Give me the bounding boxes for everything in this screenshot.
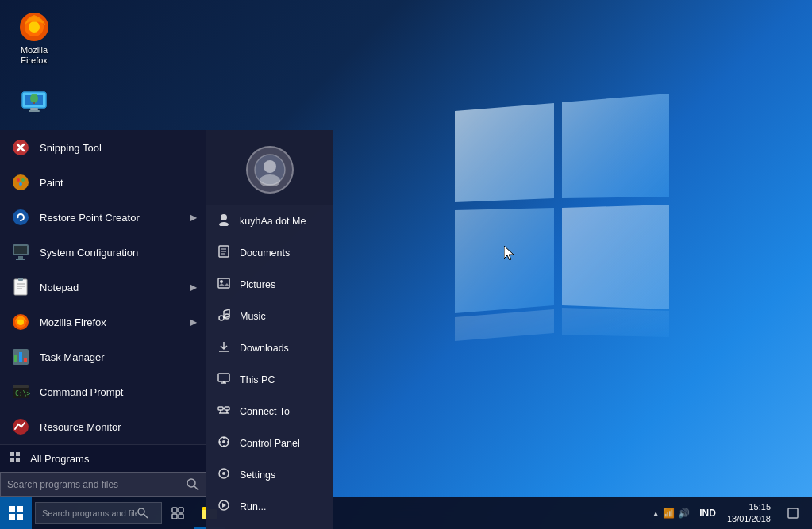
svg-rect-47 <box>10 458 14 462</box>
snipping-tool-label: Snipping Tool <box>40 142 102 154</box>
svg-point-86 <box>222 472 225 475</box>
firefox-app-icon <box>10 311 32 333</box>
svg-rect-98 <box>179 508 183 512</box>
svg-line-96 <box>144 514 148 518</box>
right-item-pictures[interactable]: Pictures <box>206 269 333 301</box>
music-label: Music <box>240 311 266 322</box>
svg-rect-33 <box>18 278 23 281</box>
right-item-music[interactable]: Music <box>206 301 333 332</box>
svg-point-52 <box>264 160 276 173</box>
svg-point-36 <box>17 319 24 325</box>
task-view-icon <box>171 507 184 519</box>
svg-marker-1 <box>562 94 669 198</box>
app-list: Snipping Tool Paint <box>0 130 206 444</box>
svg-line-66 <box>224 309 229 311</box>
svg-rect-14 <box>30 108 38 110</box>
app-item-notepad[interactable]: Notepad ▶ <box>0 270 206 305</box>
svg-rect-46 <box>16 452 20 456</box>
app-item-firefox[interactable]: Mozilla Firefox ▶ <box>0 305 206 339</box>
firefox-icon <box>18 11 50 43</box>
notification-icon <box>787 507 799 519</box>
start-button[interactable] <box>0 497 32 529</box>
taskbar: ▲ 📶 🔊 IND 15:15 13/01/2018 <box>0 497 812 529</box>
volume-icon[interactable]: 🔊 <box>678 508 690 519</box>
notepad-chevron: ▶ <box>190 282 197 293</box>
system-config-label: System Configuration <box>40 247 138 259</box>
right-item-username[interactable]: kuyhAa dot Me <box>206 205 333 237</box>
pictures-label: Pictures <box>240 279 275 290</box>
right-item-settings[interactable]: Settings <box>206 459 333 491</box>
taskbar-search-bar[interactable] <box>35 502 162 524</box>
system-tray: ▲ 📶 🔊 <box>647 508 695 519</box>
desktop-icon-firefox[interactable]: Mozilla Firefox <box>6 8 62 69</box>
right-item-downloads[interactable]: Downloads <box>206 332 333 364</box>
windows-logo-icon <box>9 506 23 520</box>
documents-label: Documents <box>240 247 290 259</box>
svg-point-55 <box>219 222 229 226</box>
resource-monitor-icon <box>10 416 32 438</box>
svg-marker-4 <box>455 309 554 341</box>
documents-icon <box>217 245 232 261</box>
svg-point-21 <box>19 182 22 186</box>
username-label: kuyhAa dot Me <box>240 216 306 227</box>
right-item-connect-to[interactable]: Connect To <box>206 396 333 427</box>
paint-label: Paint <box>40 177 63 189</box>
svg-rect-74 <box>225 407 229 410</box>
user-avatar[interactable] <box>246 146 294 194</box>
app-item-snipping-tool[interactable]: Snipping Tool <box>0 130 206 165</box>
svg-rect-94 <box>17 514 23 520</box>
svg-rect-92 <box>17 506 23 512</box>
svg-text:C:\>_: C:\>_ <box>15 390 30 397</box>
start-search-input[interactable] <box>7 479 187 490</box>
right-item-documents[interactable]: Documents <box>206 237 333 269</box>
snipping-tool-icon <box>10 136 32 159</box>
svg-marker-3 <box>562 205 669 309</box>
svg-point-80 <box>222 440 225 443</box>
app-item-cmd[interactable]: C:\>_ Command Prompt <box>0 374 206 409</box>
notepad-label: Notepad <box>40 282 79 293</box>
notification-button[interactable] <box>777 497 809 529</box>
run-icon <box>217 499 232 515</box>
svg-rect-40 <box>24 358 27 362</box>
svg-point-49 <box>187 479 195 487</box>
svg-rect-42 <box>13 385 29 388</box>
svg-point-22 <box>13 209 29 225</box>
resource-monitor-label: Resource Monitor <box>40 421 121 433</box>
svg-marker-88 <box>222 503 226 508</box>
right-item-this-pc[interactable]: This PC <box>206 364 333 396</box>
task-view-button[interactable] <box>162 497 194 529</box>
firefox-chevron: ▶ <box>190 316 197 328</box>
app-item-resource-monitor[interactable]: Resource Monitor <box>0 409 206 444</box>
restore-point-label: Restore Point Creator <box>40 212 140 224</box>
svg-rect-100 <box>179 514 183 519</box>
downloads-label: Downloads <box>240 343 289 354</box>
cmd-label: Command Prompt <box>40 386 123 398</box>
clock-date: 13/01/2018 <box>727 513 771 525</box>
taskbar-search-input[interactable] <box>42 508 137 518</box>
start-search-bar[interactable] <box>0 472 206 497</box>
svg-rect-99 <box>172 514 177 519</box>
shutdown-button[interactable]: Shut down <box>206 523 310 529</box>
shutdown-arrow-button[interactable]: ▶ <box>310 523 333 529</box>
svg-point-8 <box>29 21 40 33</box>
this-pc-icon <box>217 372 232 388</box>
user-area <box>206 130 333 205</box>
svg-rect-28 <box>14 279 27 295</box>
svg-rect-27 <box>16 259 25 260</box>
right-item-run[interactable]: Run... <box>206 491 333 523</box>
right-item-control-panel[interactable]: Control Panel <box>206 427 333 459</box>
app-item-restore-point[interactable]: Restore Point Creator ▶ <box>0 200 206 235</box>
pictures-icon <box>217 277 232 293</box>
all-programs-button[interactable]: All Programs <box>10 451 89 466</box>
app-item-task-manager[interactable]: Task Manager <box>0 339 206 374</box>
clock[interactable]: 15:15 13/01/2018 <box>721 501 777 526</box>
app-item-system-config[interactable]: System Configuration <box>0 235 206 270</box>
language-indicator[interactable]: IND <box>695 508 721 519</box>
app-item-paint[interactable]: Paint <box>0 165 206 200</box>
desktop-icon-computer[interactable] <box>6 83 62 124</box>
svg-point-54 <box>221 214 227 220</box>
chevron-up-icon[interactable]: ▲ <box>652 509 660 518</box>
svg-rect-70 <box>218 374 229 381</box>
clock-time: 15:15 <box>749 501 771 513</box>
run-label: Run... <box>240 501 266 512</box>
